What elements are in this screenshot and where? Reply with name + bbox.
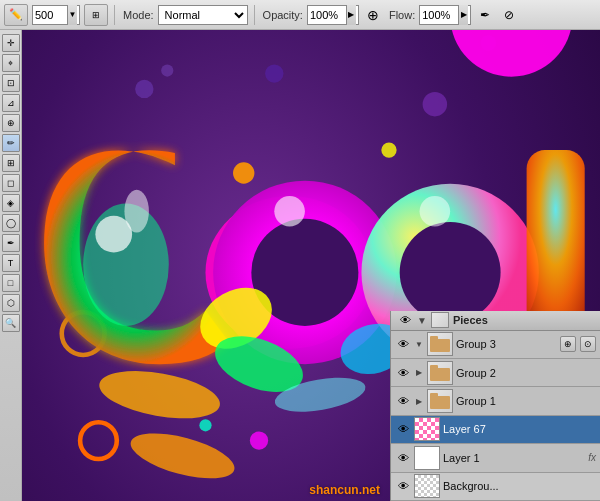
opacity-arrow[interactable]: ▶	[346, 5, 356, 25]
layer67-thumb	[414, 417, 440, 441]
layers-visibility-icon[interactable]: 👁	[397, 312, 413, 328]
layer1-eye[interactable]: 👁	[395, 450, 411, 466]
dodge-tool[interactable]: ◯	[2, 214, 20, 232]
layer67-eye[interactable]: 👁	[395, 421, 411, 437]
group3-options2[interactable]: ⊙	[580, 336, 596, 352]
bg-name: Backgrou...	[443, 480, 596, 492]
brush-tool-btn[interactable]: ✏️	[4, 4, 28, 26]
group3-name: Group 3	[456, 338, 557, 350]
svg-point-3	[265, 64, 283, 82]
layer1-fx-badge: fx	[588, 452, 596, 463]
group3-thumb	[427, 332, 453, 356]
flow-arrow[interactable]: ▶	[458, 5, 468, 25]
layer-row-background[interactable]: 👁 Backgrou...	[391, 473, 600, 501]
layer67-name: Layer 67	[443, 423, 596, 435]
opacity-input[interactable]: 100%	[310, 9, 346, 21]
layers-panel: 👁 ▼ Pieces 👁 ▼ Group 3 ⊕ ⊙	[390, 311, 600, 501]
svg-point-4	[423, 92, 447, 116]
sep2	[254, 5, 255, 25]
svg-point-25	[381, 142, 396, 157]
airbrush-icon[interactable]: ⊕	[363, 5, 383, 25]
svg-point-29	[199, 419, 211, 431]
group2-name: Group 2	[456, 367, 596, 379]
flow-label: Flow:	[389, 9, 415, 21]
size-input[interactable]: 500	[35, 9, 67, 21]
group3-expand[interactable]: ▼	[414, 339, 424, 349]
svg-point-24	[233, 162, 254, 183]
size-input-box: 500 ▼	[32, 5, 80, 25]
main-area: ✛ ⌖ ⊡ ⊿ ⊕ ✏ ⊞ ◻ ◈ ◯ ✒ T □ ⬡ 🔍	[0, 30, 600, 501]
group2-eye[interactable]: 👁	[395, 365, 411, 381]
bg-eye[interactable]: 👁	[395, 478, 411, 494]
layers-folder-icon	[431, 312, 449, 328]
layers-collapse-arrow[interactable]: ▼	[417, 315, 427, 326]
layer1-name: Layer 1	[443, 452, 585, 464]
crop-tool[interactable]: ⊡	[2, 74, 20, 92]
toolbar: ✏️ 500 ▼ ⊞ Mode: Normal Multiply Screen …	[0, 0, 600, 30]
svg-point-22	[274, 196, 305, 227]
svg-rect-39	[430, 393, 438, 398]
canvas-area[interactable]: #ff02ea shancun.net 👁 ▼ Pieces 👁 ▼	[22, 30, 600, 501]
lasso-tool[interactable]: ⌖	[2, 54, 20, 72]
size-arrow[interactable]: ▼	[67, 5, 77, 25]
svg-point-23	[420, 196, 451, 227]
move-tool[interactable]: ✛	[2, 34, 20, 52]
group3-eye[interactable]: 👁	[395, 336, 411, 352]
zoom-tool[interactable]: 🔍	[2, 314, 20, 332]
svg-rect-35	[430, 336, 438, 341]
left-toolbar: ✛ ⌖ ⊡ ⊿ ⊕ ✏ ⊞ ◻ ◈ ◯ ✒ T □ ⬡ 🔍	[0, 30, 22, 501]
heal-tool[interactable]: ⊕	[2, 114, 20, 132]
svg-point-28	[250, 431, 268, 449]
layer-row-group3[interactable]: 👁 ▼ Group 3 ⊕ ⊙	[391, 331, 600, 359]
gradient-tool[interactable]: ◈	[2, 194, 20, 212]
3d-tool[interactable]: ⬡	[2, 294, 20, 312]
mode-select[interactable]: Normal Multiply Screen	[158, 5, 248, 25]
group1-eye[interactable]: 👁	[395, 393, 411, 409]
clone-tool[interactable]: ⊞	[2, 154, 20, 172]
svg-point-13	[400, 222, 501, 323]
layer1-thumb	[414, 446, 440, 470]
stylus-icon[interactable]: ✒	[475, 5, 495, 25]
opacity-input-box: 100% ▶	[307, 5, 359, 25]
eyedropper-tool[interactable]: ⊿	[2, 94, 20, 112]
svg-point-2	[161, 64, 173, 76]
flow-input[interactable]: 100%	[422, 9, 458, 21]
brush-picker-btn[interactable]: ⊞	[84, 4, 108, 26]
group3-options[interactable]: ⊕	[560, 336, 576, 352]
watermark: shancun.net	[309, 483, 380, 497]
group2-thumb	[427, 361, 453, 385]
flow-input-box: 100% ▶	[419, 5, 471, 25]
layers-header: 👁 ▼ Pieces	[391, 311, 600, 331]
group2-expand[interactable]: ▶	[414, 368, 424, 378]
layer-row-layer1[interactable]: 👁 Layer 1 fx	[391, 444, 600, 472]
opacity-label: Opacity:	[263, 9, 303, 21]
svg-point-21	[124, 190, 148, 233]
layers-panel-title: Pieces	[453, 314, 594, 326]
extra-icon[interactable]: ⊘	[499, 5, 519, 25]
svg-rect-37	[430, 365, 438, 370]
mode-label: Mode:	[123, 9, 154, 21]
group1-expand[interactable]: ▶	[414, 396, 424, 406]
pen-tool[interactable]: ✒	[2, 234, 20, 252]
bg-thumb	[414, 474, 440, 498]
layer-row-group2[interactable]: 👁 ▶ Group 2	[391, 359, 600, 387]
sep1	[114, 5, 115, 25]
layer-row-group1[interactable]: 👁 ▶ Group 1	[391, 387, 600, 415]
group1-thumb	[427, 389, 453, 413]
layer-row-layer67[interactable]: 👁 Layer 67	[391, 416, 600, 444]
eraser-tool[interactable]: ◻	[2, 174, 20, 192]
shape-tool[interactable]: □	[2, 274, 20, 292]
svg-point-1	[135, 80, 153, 98]
brush-tool[interactable]: ✏	[2, 134, 20, 152]
type-tool[interactable]: T	[2, 254, 20, 272]
group1-name: Group 1	[456, 395, 596, 407]
